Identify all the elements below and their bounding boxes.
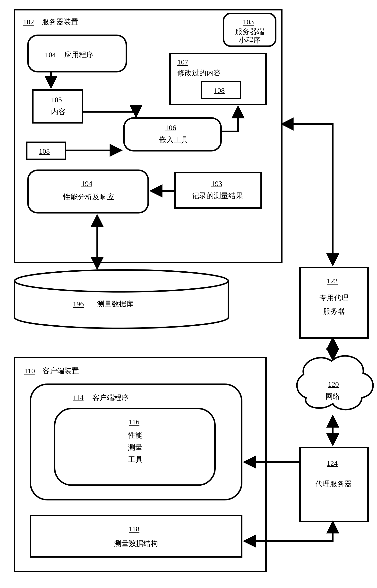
measurement-db-num: 196 (73, 300, 84, 308)
svg-point-0 (15, 270, 228, 292)
measurement-struct-num: 118 (129, 525, 140, 533)
perf-tool-num: 116 (129, 418, 140, 426)
outer-108-num: 108 (39, 147, 50, 155)
client-program-num: 114 (73, 393, 83, 402)
perf-tool-label-l2: 测量 (128, 443, 142, 451)
dedicated-proxy-label-l1: 专用代理 (319, 294, 349, 302)
proxy-server-num: 124 (327, 459, 338, 467)
embed-tool-num: 106 (165, 123, 176, 132)
arrow-106-to-107 (221, 107, 238, 131)
network-num: 120 (328, 380, 339, 388)
arrow-server-to-dedicated-proxy (282, 124, 333, 265)
diagram-canvas: 102 服务器装置 103 服务器端 小程序 104 应用程序 107 修改过的… (0, 0, 377, 588)
network-label: 网络 (326, 392, 340, 400)
server-device-box (15, 10, 282, 263)
recorded-results-label: 记录的测量结果 (192, 192, 243, 200)
client-device-label: 客户端装置 (43, 367, 79, 375)
servlet-label-l1: 服务器端 (235, 27, 264, 36)
application-label: 应用程序 (64, 50, 94, 59)
modified-content-num: 107 (177, 58, 188, 66)
dedicated-proxy-label-l2: 服务器 (323, 307, 345, 315)
arrow-105-to-106 (82, 112, 136, 117)
arrow-proxy-to-measurement-struct (244, 522, 333, 541)
server-device-num: 102 (23, 18, 34, 26)
content-num: 105 (51, 96, 62, 104)
dedicated-proxy-num: 122 (327, 277, 338, 285)
servlet-label-l2: 小程序 (239, 36, 261, 44)
servlet-num: 103 (243, 18, 254, 26)
modified-content-label: 修改过的内容 (177, 69, 221, 77)
perf-tool-label-l3: 工具 (128, 455, 142, 464)
recorded-results-box (175, 173, 261, 208)
proxy-server-label: 代理服务器 (315, 480, 352, 488)
perf-tool-label-l1: 性能 (128, 431, 142, 439)
content-box (33, 90, 82, 123)
recorded-results-num: 193 (211, 180, 222, 187)
measurement-struct-box (30, 515, 242, 557)
client-program-label: 客户端程序 (92, 393, 129, 402)
measurement-db-label: 测量数据库 (97, 300, 134, 308)
client-device-num: 110 (24, 367, 35, 375)
application-num: 104 (45, 50, 56, 59)
perf-analysis-box (28, 170, 148, 213)
server-device-label: 服务器装置 (42, 18, 78, 26)
embed-tool-label: 嵌入工具 (159, 136, 188, 144)
embed-tool-box (124, 118, 221, 151)
measurement-db (15, 270, 228, 328)
measurement-struct-label: 测量数据结构 (114, 539, 158, 547)
perf-analysis-label: 性能分析及响应 (63, 193, 114, 201)
inner-108-num: 108 (214, 86, 225, 94)
perf-analysis-num: 194 (81, 180, 92, 187)
content-label: 内容 (51, 108, 66, 116)
